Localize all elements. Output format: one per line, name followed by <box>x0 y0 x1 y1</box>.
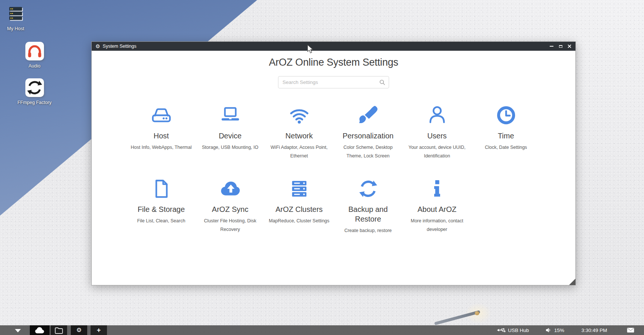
settings-tile-personalization[interactable]: Personalization Color Scheme, Desktop Th… <box>334 103 402 160</box>
settings-tile-title: Time <box>471 131 540 141</box>
close-icon <box>568 44 571 48</box>
settings-grid: Host Host Info, WebApps, Thermal Device … <box>127 103 540 235</box>
taskbar-item-add[interactable]: + <box>91 325 107 335</box>
settings-tile-subtitle: Clock, Date Settings <box>471 143 540 152</box>
settings-tile-subtitle: Storage, USB Mounting, IO <box>196 143 265 152</box>
settings-tile-subtitle: Color Scheme, Desktop Theme, Lock Screen <box>334 143 402 160</box>
taskbar-chevron-down-icon[interactable] <box>15 329 21 332</box>
settings-tile-subtitle: File List, Clean, Search <box>127 217 196 225</box>
recycle-icon <box>26 79 44 97</box>
wifi-icon <box>288 104 310 126</box>
settings-tile-device[interactable]: Device Storage, USB Mounting, IO <box>196 103 265 160</box>
hdd-icon <box>150 104 173 126</box>
clock-icon <box>495 104 517 126</box>
settings-tile-title: Personalization <box>334 131 402 141</box>
settings-tile-title: ArOZ Sync <box>196 204 265 214</box>
settings-tile-time[interactable]: Time Clock, Date Settings <box>471 103 540 160</box>
speaker-icon[interactable] <box>546 325 551 335</box>
desktop-icon-ffmpeg-factory[interactable]: FFmpeg Factory <box>0 78 69 106</box>
info-icon <box>426 178 448 200</box>
search-box <box>278 76 389 88</box>
plus-icon: + <box>97 327 101 334</box>
gear-icon: ⚙ <box>95 44 100 49</box>
server-icon <box>7 5 25 23</box>
cloud-icon <box>35 326 45 334</box>
window-resize-handle[interactable] <box>569 279 575 285</box>
user-icon <box>426 104 448 126</box>
settings-tile-subtitle: Host Info, WebApps, Thermal <box>127 143 196 152</box>
desktop-icon-label: My Host <box>0 26 31 32</box>
settings-tile-title: Device <box>196 131 265 141</box>
settings-tile-subtitle: MapReduce, Cluster Settings <box>265 217 334 225</box>
settings-tile-network[interactable]: Network WiFi Adaptor, Access Point, Ethe… <box>265 103 334 160</box>
usb-hub-label[interactable]: USB Hub <box>508 325 529 335</box>
settings-tile-subtitle: Create backup, restore <box>334 226 402 235</box>
window-content: ArOZ Online System Settings Host Host In… <box>92 51 575 285</box>
settings-tile-subtitle: WiFi Adaptor, Access Point, Ethernet <box>265 143 334 160</box>
maximize-button[interactable] <box>558 44 563 48</box>
system-settings-window: ⚙ System Settings ArOZ Online System Set… <box>91 41 576 285</box>
taskbar: ⚙ + USB Hub 15% 3:30:49 PM <box>0 325 644 335</box>
settings-tile-backup-restore[interactable]: Backup and Restore Create backup, restor… <box>334 177 402 235</box>
refresh-icon <box>357 178 379 200</box>
minimize-button[interactable] <box>549 44 554 48</box>
taskbar-item-cloud[interactable] <box>30 325 50 335</box>
window-controls <box>549 44 572 48</box>
file-icon <box>150 178 173 200</box>
taskbar-item-files[interactable] <box>51 325 67 335</box>
settings-tile-title: Backup and Restore <box>334 204 402 224</box>
search-input[interactable] <box>278 76 389 88</box>
settings-tile-title: File & Storage <box>127 204 196 214</box>
settings-tile-title: ArOZ Clusters <box>265 204 334 214</box>
volume-level[interactable]: 15% <box>554 325 564 335</box>
taskbar-item-settings[interactable]: ⚙ <box>71 325 87 335</box>
paintbrush-icon <box>357 104 379 126</box>
desktop-icon-audio[interactable]: Audio <box>0 42 69 69</box>
settings-tile-aroz-clusters[interactable]: ArOZ Clusters MapReduce, Cluster Setting… <box>265 177 334 235</box>
window-title: System Settings <box>103 44 136 49</box>
server-stack-icon <box>288 178 310 200</box>
headphones-icon <box>26 42 44 60</box>
window-titlebar[interactable]: ⚙ System Settings <box>92 42 575 51</box>
close-button[interactable] <box>567 44 572 48</box>
settings-tile-aroz-sync[interactable]: ArOZ Sync Cluster File Hosting, Disk Rec… <box>196 177 265 235</box>
desktop-icon-label: FFmpeg Factory <box>0 100 69 106</box>
laptop-icon <box>219 104 242 126</box>
settings-tile-title: About ArOZ <box>402 204 471 214</box>
settings-tile-about-aroz[interactable]: About ArOZ More information, contact dev… <box>402 177 471 235</box>
settings-tile-host[interactable]: Host Host Info, WebApps, Thermal <box>127 103 196 160</box>
desktop-icon-label: Audio <box>0 63 69 69</box>
settings-tile-file-storage[interactable]: File & Storage File List, Clean, Search <box>127 177 196 235</box>
settings-tile-users[interactable]: Users Your account, device UUID, Identif… <box>402 103 471 160</box>
folder-icon <box>54 326 63 334</box>
settings-tile-title: Network <box>265 131 334 141</box>
envelope-icon[interactable] <box>627 325 634 335</box>
wallpaper-pole-tip <box>475 311 479 315</box>
desktop-icon-my-host[interactable]: My Host <box>0 4 31 32</box>
settings-tile-subtitle: Your account, device UUID, Identificatio… <box>402 143 471 160</box>
settings-tile-subtitle: Cluster File Hosting, Disk Recovery <box>196 217 265 234</box>
settings-tile-title: Host <box>127 131 196 141</box>
gear-icon: ⚙ <box>76 327 82 333</box>
page-title: ArOZ Online System Settings <box>92 57 575 68</box>
cloud-upload-icon <box>219 178 242 200</box>
clock-label[interactable]: 3:30:49 PM <box>581 325 607 335</box>
settings-tile-subtitle: More information, contact developer <box>402 217 471 234</box>
usb-icon[interactable] <box>496 325 507 335</box>
search-icon[interactable] <box>379 79 385 85</box>
settings-tile-title: Users <box>402 131 471 141</box>
